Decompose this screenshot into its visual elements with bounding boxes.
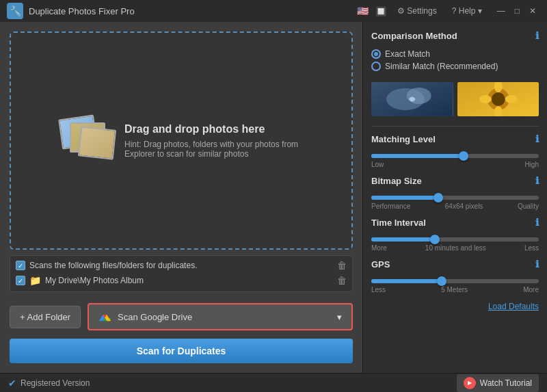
matching-level-title: Matching Level [371,134,436,144]
gps-section: GPS ℹ [371,259,539,270]
add-folder-button[interactable]: + Add Folder [10,306,81,328]
time-interval-fill [371,237,435,241]
exact-match-radio[interactable] [371,49,381,59]
butterfly-thumbnail [371,82,453,116]
exact-match-option[interactable]: Exact Match [371,49,539,59]
bitmap-size-center-label: 64x64 pixels [445,202,483,210]
svg-point-5 [491,92,505,106]
time-interval-track[interactable] [371,237,539,241]
flag-icon: 🇺🇸 [357,5,369,16]
title-bar-right: 🇺🇸 🔲 ⚙ Settings ? Help ▾ — □ ✕ [357,5,540,17]
scan-google-drive-button[interactable]: Scan Google Drive ▾ [88,303,353,330]
gps-thumb[interactable] [437,276,446,286]
bitmap-size-labels: Performance 64x64 pixels Quality [371,202,539,210]
google-drive-icon [98,310,112,324]
bitmap-size-slider-section: Performance 64x64 pixels Quality [371,193,539,210]
bitmap-size-title: Bitmap Size [371,176,422,186]
folder-item: ✓ 📁 My Drive\My Photos Album 🗑 [16,274,347,287]
matching-level-labels: Low High [371,161,539,168]
exact-match-label: Exact Match [385,49,430,59]
similar-match-radio[interactable] [371,62,381,71]
status-left: ✔ Registered Version [8,378,90,389]
gps-more-label: More [523,286,539,293]
bitmap-size-track[interactable] [371,196,539,200]
bitmap-size-thumb[interactable] [433,193,443,202]
svg-point-9 [505,95,517,103]
time-interval-info-icon[interactable]: ℹ [535,217,539,228]
delete-all-icon[interactable]: 🗑 [337,260,347,271]
registered-version-label: Registered Version [21,378,90,388]
matching-level-slider-section: Low High [371,151,539,168]
similar-match-option[interactable]: Similar Match (Recommended) [371,62,539,71]
matching-level-high-label: High [524,161,539,168]
drop-zone-photos [60,117,115,165]
watch-tutorial-button[interactable]: ▶ Watch Tutorial [457,374,539,392]
gps-title: GPS [371,259,390,270]
comparison-method-section: Comparison Method ℹ [371,30,539,41]
drop-zone-heading: Drag and drop photos here [124,123,302,135]
gps-info-icon[interactable]: ℹ [535,259,539,270]
gps-fill [371,279,442,283]
photo-card-3 [78,126,116,159]
load-defaults-button[interactable]: Load Defaults [371,302,539,311]
status-check-icon: ✔ [8,378,16,389]
google-drive-inner: Scan Google Drive [98,310,192,324]
left-panel: Drag and drop photos here Hint: Drag pho… [0,22,362,373]
maximize-button[interactable]: □ [511,5,524,17]
gps-track[interactable] [371,279,539,283]
matching-level-low-label: Low [371,161,384,168]
window-controls: — □ ✕ [493,5,540,17]
comparison-method-info-icon[interactable]: ℹ [535,30,539,41]
matching-level-fill [371,154,464,158]
title-bar: 🔧 Duplicate Photos Fixer Pro 🇺🇸 🔲 ⚙ Sett… [0,0,547,22]
drop-zone[interactable]: Drag and drop photos here Hint: Drag pho… [10,31,353,250]
time-interval-section: Time Interval ℹ [371,217,539,228]
gps-labels: Less 5 Meters More [371,286,539,293]
svg-point-2 [407,88,431,104]
settings-button[interactable]: ⚙ Settings [393,5,441,17]
time-interval-labels: More 10 minutes and less Less [371,244,539,252]
folder-checkbox[interactable]: ✓ [16,276,25,285]
folder-icon: 📁 [29,275,41,286]
folders-checkbox[interactable]: ✓ [16,261,25,270]
right-panel: Comparison Method ℹ Exact Match Similar … [362,22,547,373]
scan-area: Drag and drop photos here Hint: Drag pho… [10,31,353,363]
bitmap-size-performance-label: Performance [371,202,410,210]
gps-slider-section: Less 5 Meters More [371,276,539,293]
minimize-button[interactable]: — [493,5,509,17]
bitmap-size-info-icon[interactable]: ℹ [535,175,539,186]
time-interval-slider-section: More 10 minutes and less Less [371,235,539,252]
window-title: Duplicate Photos Fixer Pro [29,6,135,16]
delete-folder-icon[interactable]: 🗑 [337,275,347,286]
close-button[interactable]: ✕ [525,5,540,17]
folder-name: My Drive\My Photos Album [45,276,144,285]
time-interval-center-label: 10 minutes and less [425,244,486,252]
title-bar-left: 🔧 Duplicate Photos Fixer Pro [7,3,135,19]
time-interval-thumb[interactable] [430,235,440,244]
comparison-method-options: Exact Match Similar Match (Recommended) [371,49,539,71]
matching-level-info-icon[interactable]: ℹ [535,133,539,144]
divider-1 [371,126,539,127]
scan-google-drive-label: Scan Google Drive [118,312,192,322]
scan-duplicates-button[interactable]: Scan for Duplicates [10,339,353,363]
gps-less-label: Less [371,286,386,293]
comparison-thumbnails [371,82,539,116]
flag2-icon: 🔲 [375,6,386,16]
folders-section: ✓ Scans the following files/folders for … [10,255,353,292]
similar-match-label: Similar Match (Recommended) [385,62,498,71]
comparison-method-title: Comparison Method [371,31,457,41]
svg-point-8 [479,95,491,103]
watch-tutorial-label: Watch Tutorial [480,378,532,388]
drop-zone-hint: Hint: Drag photos, folders with your pho… [124,140,302,159]
matching-level-thumb[interactable] [459,151,468,161]
help-button[interactable]: ? Help ▾ [448,5,486,17]
folders-header: ✓ Scans the following files/folders for … [16,260,347,271]
matching-level-track[interactable] [371,154,539,158]
matching-level-section: Matching Level ℹ [371,133,539,144]
main-layout: Drag and drop photos here Hint: Drag pho… [0,22,547,373]
time-interval-less-label: Less [524,244,539,252]
status-bar: ✔ Registered Version ▶ Watch Tutorial [0,373,547,392]
folders-header-left: ✓ Scans the following files/folders for … [16,261,197,270]
drop-zone-text: Drag and drop photos here Hint: Drag pho… [124,123,302,159]
play-icon: ▶ [464,377,476,389]
